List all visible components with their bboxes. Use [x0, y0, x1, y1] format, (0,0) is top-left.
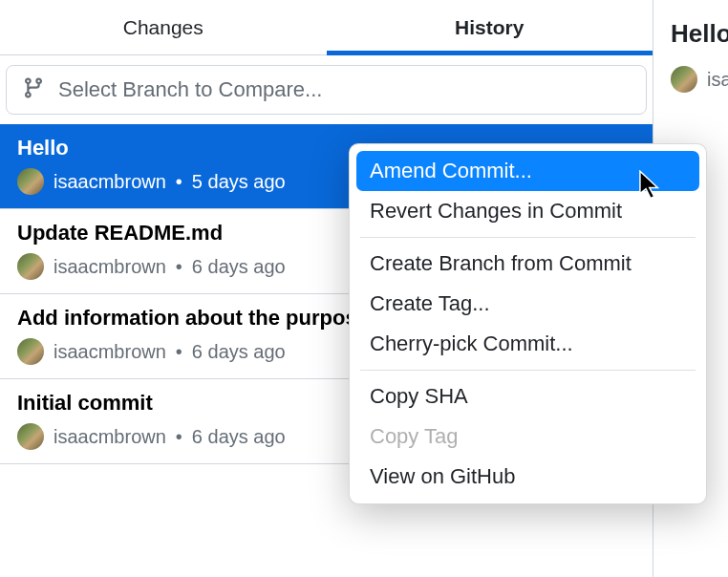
avatar [671, 66, 697, 93]
menu-separator [360, 237, 696, 238]
commit-author: isaacmbrown [54, 341, 166, 363]
tab-changes-label: Changes [123, 16, 203, 39]
commit-detail-author: isaacmbrown [707, 69, 728, 91]
avatar [17, 253, 44, 280]
commit-separator: • [176, 171, 182, 193]
menu-item-label: Copy Tag [370, 424, 459, 448]
menu-item-copy-tag: Copy Tag [356, 417, 699, 457]
branch-compare-placeholder: Select Branch to Compare... [58, 77, 322, 102]
tab-history[interactable]: History [327, 0, 653, 54]
commit-time: 6 days ago [192, 256, 286, 278]
menu-item-label: Cherry-pick Commit... [370, 331, 573, 355]
menu-item-label: Create Branch from Commit [370, 251, 632, 275]
avatar [17, 423, 44, 450]
commit-detail-meta: isaacmbrown [653, 49, 728, 93]
menu-item-label: Amend Commit... [370, 159, 532, 182]
menu-item-view-on-github[interactable]: View on GitHub [356, 457, 699, 497]
tab-bar: Changes History [0, 0, 653, 55]
commit-separator: • [176, 426, 182, 448]
commit-time: 6 days ago [192, 426, 286, 448]
commit-author: isaacmbrown [54, 426, 166, 448]
tab-changes[interactable]: Changes [0, 0, 327, 54]
menu-separator [360, 370, 696, 371]
commit-separator: • [176, 256, 182, 278]
branch-compare-selector[interactable]: Select Branch to Compare... [6, 65, 647, 115]
menu-item-label: Create Tag... [370, 291, 490, 315]
menu-item-label: View on GitHub [370, 464, 515, 488]
commit-author: isaacmbrown [54, 256, 166, 278]
menu-item-cherry-pick[interactable]: Cherry-pick Commit... [356, 324, 699, 364]
menu-item-label: Copy SHA [370, 384, 468, 408]
commit-author: isaacmbrown [54, 171, 166, 193]
menu-item-amend-commit[interactable]: Amend Commit... [356, 151, 699, 191]
context-menu: Amend Commit... Revert Changes in Commit… [349, 143, 707, 504]
commit-separator: • [176, 341, 182, 363]
menu-item-label: Revert Changes in Commit [370, 199, 622, 223]
avatar [17, 168, 44, 195]
menu-item-copy-sha[interactable]: Copy SHA [356, 376, 699, 417]
commit-time: 6 days ago [192, 341, 286, 363]
avatar [17, 338, 44, 365]
git-branch-icon [22, 76, 45, 103]
menu-item-revert-changes[interactable]: Revert Changes in Commit [356, 191, 699, 231]
commit-time: 5 days ago [192, 171, 286, 193]
menu-item-create-tag[interactable]: Create Tag... [356, 284, 699, 324]
menu-item-create-branch[interactable]: Create Branch from Commit [356, 244, 699, 284]
tab-history-label: History [455, 16, 524, 39]
commit-detail-title: Hello [653, 0, 728, 49]
